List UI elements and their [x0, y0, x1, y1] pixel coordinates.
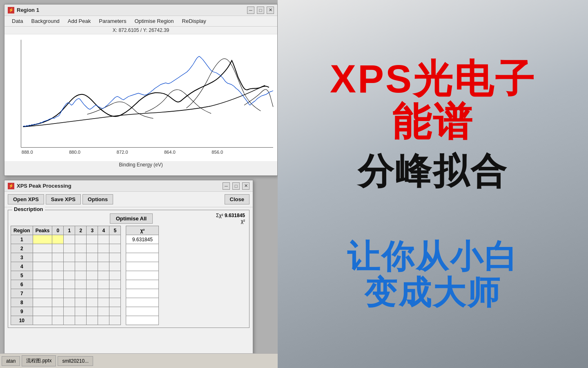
menu-redisplay[interactable]: ReDisplay [178, 17, 210, 25]
peak-cell-r6-p5[interactable] [109, 280, 121, 289]
peak-cell-r8-p4[interactable] [98, 298, 109, 307]
peak-cell-r9-p0[interactable] [52, 307, 64, 316]
peak-cell-r8-p1[interactable] [64, 298, 75, 307]
chi-value-9 [126, 307, 159, 316]
menu-parameters[interactable]: Parameters [95, 17, 130, 25]
menu-background[interactable]: Background [27, 17, 63, 25]
peak-cell-r1-p1[interactable] [64, 235, 75, 244]
peak-cell-r2-p3[interactable] [87, 244, 98, 253]
left-area: ⚡ Region 1 ─ □ ✕ Data Background Add Pea… [0, 0, 278, 368]
peak-cell-r9-p5[interactable] [109, 307, 121, 316]
peak-cell-r5-p3[interactable] [87, 271, 98, 280]
peak-cell-r1-p5[interactable] [109, 235, 121, 244]
close-button[interactable]: ✕ [267, 7, 274, 14]
peak-cell-r5-p1[interactable] [64, 271, 75, 280]
sum-chi2-label: Σχ² [216, 213, 223, 218]
peak-cell-r5-p4[interactable] [98, 271, 109, 280]
maximize-button[interactable]: □ [257, 7, 264, 14]
peak-cell-r9-p4[interactable] [98, 307, 109, 316]
peak-cell-r3-p0[interactable] [52, 253, 64, 262]
open-xps-button[interactable]: Open XPS [8, 194, 44, 204]
save-xps-button[interactable]: Save XPS [46, 194, 81, 204]
taskbar-item-atan[interactable]: atan [2, 356, 20, 366]
chi-value-3 [126, 253, 159, 262]
options-button[interactable]: Options [82, 194, 113, 204]
peak-cell-r5-p0[interactable] [52, 271, 64, 280]
menu-add-peak[interactable]: Add Peak [64, 17, 95, 25]
peak-cell-r10-p4[interactable] [98, 316, 109, 325]
region-window: ⚡ Region 1 ─ □ ✕ Data Background Add Pea… [4, 4, 278, 176]
peak-cell-r6-p4[interactable] [98, 280, 109, 289]
xps-maximize-button[interactable]: □ [232, 182, 240, 190]
menu-optimise-region[interactable]: Optimise Region [130, 17, 178, 25]
region-menubar: Data Background Add Peak Parameters Opti… [4, 16, 277, 27]
peak-cell-r7-p4[interactable] [98, 289, 109, 298]
chi-value-10 [126, 316, 159, 325]
peak-cell-r9-p3[interactable] [87, 307, 98, 316]
chi-table: χ² 9.631845 [126, 226, 159, 325]
peak-cell-r8-p5[interactable] [109, 298, 121, 307]
peak-cell-r1-p3[interactable] [87, 235, 98, 244]
xps-minimize-button[interactable]: ─ [223, 182, 230, 190]
peak-cell-r4-p5[interactable] [109, 262, 121, 271]
region-num-7: 7 [11, 289, 33, 298]
peaks-cell-2 [33, 244, 52, 253]
peak-cell-r4-p1[interactable] [64, 262, 75, 271]
xps-close-button[interactable]: ✕ [242, 182, 249, 190]
peak-cell-r2-p1[interactable] [64, 244, 75, 253]
peaks-cell-1 [33, 235, 52, 244]
peak-cell-r8-p0[interactable] [52, 298, 64, 307]
peak-cell-r7-p5[interactable] [109, 289, 121, 298]
region-num-10: 10 [11, 316, 33, 325]
peak-cell-r6-p2[interactable] [75, 280, 87, 289]
peak-cell-r5-p2[interactable] [75, 271, 87, 280]
peak-cell-r10-p3[interactable] [87, 316, 98, 325]
peak-cell-r1-p0[interactable] [52, 235, 64, 244]
region-num-3: 3 [11, 253, 33, 262]
peak-cell-r7-p3[interactable] [87, 289, 98, 298]
table-row: 7 [11, 289, 121, 298]
peak-cell-r1-p4[interactable] [98, 235, 109, 244]
peak-cell-r7-p1[interactable] [64, 289, 75, 298]
peak-cell-r1-p2[interactable] [75, 235, 87, 244]
peak-cell-r3-p3[interactable] [87, 253, 98, 262]
peak-cell-r7-p2[interactable] [75, 289, 87, 298]
peak-cell-r6-p0[interactable] [52, 280, 64, 289]
peak-cell-r8-p2[interactable] [75, 298, 87, 307]
peak-cell-r3-p1[interactable] [64, 253, 75, 262]
peak-cell-r3-p5[interactable] [109, 253, 121, 262]
taskbar-item-smll[interactable]: smll20210... [58, 356, 93, 366]
peak-cell-r9-p1[interactable] [64, 307, 75, 316]
desc-line1: 让你从小白 [347, 239, 519, 275]
peak-cell-r10-p2[interactable] [75, 316, 87, 325]
peak-cell-r4-p0[interactable] [52, 262, 64, 271]
peak-cell-r6-p3[interactable] [87, 280, 98, 289]
menu-data[interactable]: Data [8, 17, 27, 25]
peak-cell-r2-p2[interactable] [75, 244, 87, 253]
peak-cell-r4-p3[interactable] [87, 262, 98, 271]
peak-cell-r10-p5[interactable] [109, 316, 121, 325]
close-xps-button[interactable]: Close [225, 194, 249, 204]
peak-cell-r8-p3[interactable] [87, 298, 98, 307]
peak-cell-r2-p0[interactable] [52, 244, 64, 253]
title-line1: XPS光电子 [330, 57, 536, 101]
peak-cell-r5-p5[interactable] [109, 271, 121, 280]
window-controls: ─ □ ✕ [247, 7, 274, 14]
peak-cell-r2-p4[interactable] [98, 244, 109, 253]
taskbar-item-pptx[interactable]: 流程图.pptx [22, 355, 56, 366]
peak-cell-r9-p2[interactable] [75, 307, 87, 316]
peak-cell-r4-p2[interactable] [75, 262, 87, 271]
peak-cell-r3-p2[interactable] [75, 253, 87, 262]
peak-cell-r10-p1[interactable] [64, 316, 75, 325]
peak-cell-r7-p0[interactable] [52, 289, 64, 298]
peak-cell-r3-p4[interactable] [98, 253, 109, 262]
table-row: 1 [11, 235, 121, 244]
peak-cell-r6-p1[interactable] [64, 280, 75, 289]
chi-value-7 [126, 289, 159, 298]
optimise-all-button[interactable]: Optimise All [110, 213, 153, 224]
peak-cell-r4-p4[interactable] [98, 262, 109, 271]
table-row: 10 [11, 316, 121, 325]
minimize-button[interactable]: ─ [247, 7, 254, 14]
peak-cell-r10-p0[interactable] [52, 316, 64, 325]
peak-cell-r2-p5[interactable] [109, 244, 121, 253]
